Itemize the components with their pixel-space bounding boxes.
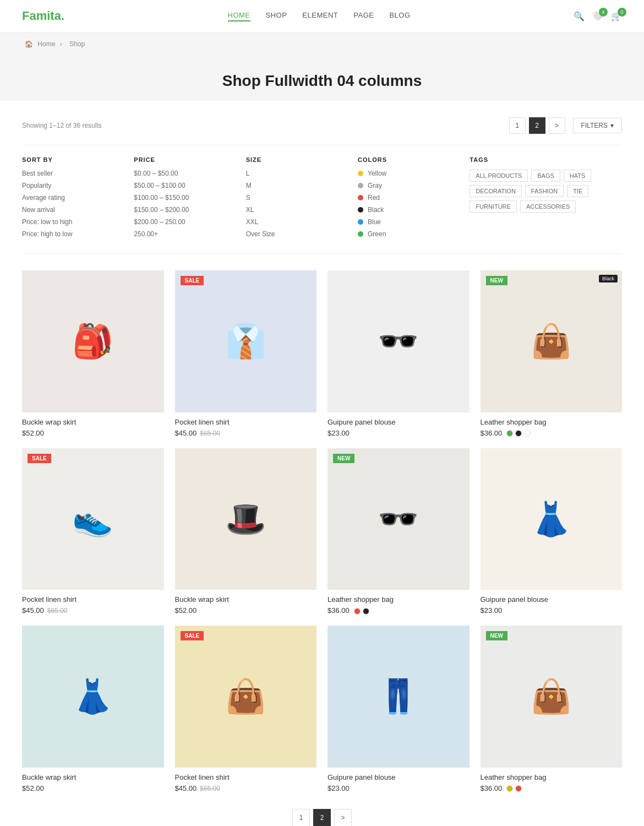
sort-price-low[interactable]: Price: low to high (22, 218, 123, 226)
wishlist-button[interactable]: ♡ (182, 748, 197, 763)
quickview-button[interactable]: ⇔ (608, 395, 615, 405)
product-image[interactable]: NEW 🕶️ ♡ ADD TO CART ⇔ (328, 448, 470, 590)
quickview-button[interactable]: ⇔ (150, 395, 157, 405)
bottom-page-2[interactable]: 2 (313, 809, 331, 827)
quickview-button[interactable]: ⇔ (455, 751, 462, 760)
sort-avg-rating[interactable]: Average rating (22, 194, 123, 202)
wishlist-button[interactable]: ♡ (29, 748, 44, 763)
size-oversize[interactable]: Over Size (246, 230, 347, 238)
bottom-page-next[interactable]: > (334, 809, 352, 827)
sort-best-seller[interactable]: Best seller (22, 170, 123, 177)
tag-furniture[interactable]: FURNITURE (470, 200, 517, 213)
wishlist-button[interactable]: ♡ (487, 570, 503, 585)
add-to-cart-button[interactable]: ADD TO CART (524, 748, 586, 763)
product-image[interactable]: 👗 ♡ ADD TO CART ⇔ (481, 448, 623, 590)
add-to-cart-button[interactable]: ADD TO CART (66, 393, 128, 407)
add-to-cart-button[interactable]: ADD TO CART (66, 748, 128, 763)
price-150-200[interactable]: $150.00 – $200.00 (134, 206, 234, 214)
filters-button[interactable]: FILTERS ▾ (573, 118, 622, 133)
wishlist-button[interactable]: ♡ (487, 393, 503, 408)
add-to-cart-button[interactable]: ADD TO CART (524, 570, 586, 585)
quickview-button[interactable]: ⇔ (455, 573, 462, 583)
nav-home[interactable]: HOME (228, 11, 250, 21)
wishlist-button[interactable]: ♡ (334, 570, 350, 585)
wishlist-button[interactable]: ♡ (182, 393, 197, 408)
sort-popularity[interactable]: Popularity (22, 182, 123, 189)
nav-page[interactable]: PAGE (353, 11, 374, 21)
quickview-button[interactable]: ⇔ (303, 395, 310, 405)
quickview-button[interactable]: ⇔ (455, 395, 462, 405)
quickview-button[interactable]: ⇔ (150, 751, 157, 760)
sort-price-high[interactable]: Price: high to low (22, 230, 123, 238)
add-to-cart-button[interactable]: ADD TO CART (219, 748, 281, 763)
wishlist-button[interactable]: ♡ (182, 570, 197, 585)
product-image[interactable]: 🎒 ♡ ADD TO CART ⇔ (22, 270, 164, 412)
tag-fashion[interactable]: FASHION (525, 185, 564, 197)
color-blue[interactable]: Blue (358, 218, 459, 226)
nav-blog[interactable]: BLOG (389, 11, 410, 21)
color-swatch (354, 608, 361, 615)
color-green[interactable]: Green (358, 230, 459, 238)
tag-hats[interactable]: HATS (564, 170, 592, 182)
size-l[interactable]: L (246, 170, 347, 177)
size-xl[interactable]: XL (246, 206, 347, 214)
product-image[interactable]: SALE 👜 ♡ ADD TO CART ⇔ (175, 626, 317, 768)
quickview-button[interactable]: ⇔ (150, 573, 157, 583)
wishlist-icon[interactable]: 🤍 4 (592, 11, 603, 21)
product-image[interactable]: 👗 ♡ ADD TO CART ⇔ (22, 626, 164, 768)
quickview-button[interactable]: ⇔ (608, 573, 615, 583)
add-to-cart-button[interactable]: ADD TO CART (219, 393, 281, 407)
quickview-button[interactable]: ⇔ (303, 751, 310, 760)
quickview-button[interactable]: ⇔ (303, 573, 310, 583)
color-yellow[interactable]: Yellow (358, 170, 459, 177)
product-image[interactable]: 🕶️ ♡ ADD TO CART ⇔ (328, 270, 470, 412)
logo[interactable]: Famita. (22, 9, 64, 23)
size-m[interactable]: M (246, 182, 347, 189)
add-to-cart-button[interactable]: ADD TO CART (219, 570, 281, 585)
product-price: $45.00$65.00 (22, 606, 164, 615)
add-to-cart-button[interactable]: ADD TO CART (66, 570, 128, 585)
price-250plus[interactable]: 250.00+ (134, 230, 234, 238)
add-to-cart-button[interactable]: ADD TO CART (372, 393, 434, 407)
breadcrumb-home[interactable]: Home (37, 40, 55, 48)
page-btn-2[interactable]: 2 (529, 117, 545, 134)
product-image[interactable]: SALE 👟 ♡ ADD TO CART ⇔ (22, 448, 164, 590)
nav-element[interactable]: ELEMENT (302, 11, 338, 21)
add-to-cart-button[interactable]: ADD TO CART (372, 748, 434, 763)
product-image[interactable]: SALE 👔 ♡ ADD TO CART ⇔ (175, 270, 317, 412)
bottom-page-1[interactable]: 1 (292, 809, 310, 827)
size-xxl[interactable]: XXL (246, 218, 347, 226)
product-image[interactable]: NEW Black 👜 ♡ ADD TO CART ⇔ (481, 270, 623, 412)
sort-new-arrival[interactable]: New arrival (22, 206, 123, 214)
nav-shop[interactable]: SHOP (266, 11, 287, 21)
product-image[interactable]: NEW 👜 ♡ ADD TO CART ⇔ (481, 626, 623, 768)
product-image[interactable]: 🎩 ♡ ADD TO CART ⇔ (175, 448, 317, 590)
page-btn-next[interactable]: > (549, 117, 565, 134)
tag-accessories[interactable]: ACCESSORIES (520, 200, 576, 213)
add-to-cart-button[interactable]: ADD TO CART (524, 393, 586, 407)
tag-all-products[interactable]: ALL PRODUCTS (470, 170, 528, 182)
search-icon[interactable]: 🔍 (574, 11, 585, 21)
cart-icon[interactable]: 🛒 0 (611, 11, 622, 21)
wishlist-button[interactable]: ♡ (334, 748, 350, 763)
quickview-button[interactable]: ⇔ (608, 751, 615, 760)
wishlist-button[interactable]: ♡ (487, 748, 503, 763)
tag-bags[interactable]: BAGS (531, 170, 560, 182)
size-s[interactable]: S (246, 194, 347, 202)
tag-tie[interactable]: TIE (567, 185, 588, 197)
price-100-150[interactable]: $100.00 – $150.00 (134, 194, 234, 202)
color-red[interactable]: Red (358, 194, 459, 202)
product-price: $23.00 (481, 606, 623, 615)
price-50-100[interactable]: $50.00 – $100.00 (134, 182, 234, 189)
wishlist-button[interactable]: ♡ (334, 393, 350, 408)
price-0-50[interactable]: $0.00 – $50.00 (134, 170, 234, 177)
page-btn-1[interactable]: 1 (509, 117, 526, 134)
tag-decoration[interactable]: DECORATION (470, 185, 522, 197)
price-200-250[interactable]: $200.00 – 250.00 (134, 218, 234, 226)
color-gray[interactable]: Gray (358, 182, 459, 189)
add-to-cart-button[interactable]: ADD TO CART (372, 570, 434, 585)
wishlist-button[interactable]: ♡ (29, 570, 44, 585)
product-image[interactable]: 👖 ♡ ADD TO CART ⇔ (328, 626, 470, 768)
color-black[interactable]: Black (358, 206, 459, 214)
wishlist-button[interactable]: ♡ (29, 393, 44, 408)
